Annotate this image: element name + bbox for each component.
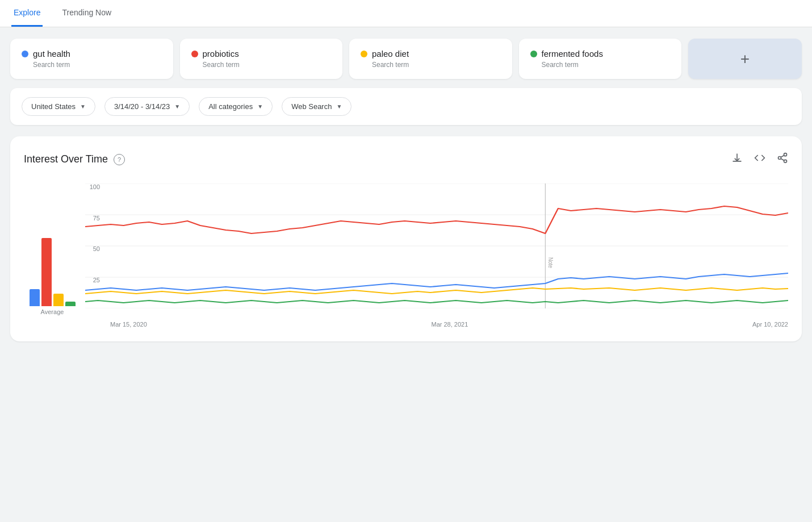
card-subtitle-fermented-foods: Search term xyxy=(542,61,671,69)
chevron-down-icon: ▼ xyxy=(174,103,180,110)
card-title-fermented-foods: fermented foods xyxy=(530,49,671,59)
card-label-gut-health: gut health xyxy=(33,49,70,59)
chart-title: Interest Over Time xyxy=(24,153,108,165)
filters-row: United States ▼ 3/14/20 - 3/14/23 ▼ All … xyxy=(10,88,802,125)
add-icon: + xyxy=(740,50,750,68)
line-chart-area: 100 75 50 25 xyxy=(81,183,788,328)
dot-paleo-diet xyxy=(361,51,367,57)
search-card-fermented-foods[interactable]: fermented foods Search term xyxy=(519,39,682,79)
avg-bars xyxy=(30,204,76,306)
x-label-2022: Apr 10, 2022 xyxy=(752,321,788,328)
line-probiotics xyxy=(85,206,788,233)
add-search-term-card[interactable]: + xyxy=(688,39,802,79)
tab-trending-now[interactable]: Trending Now xyxy=(60,0,114,27)
x-axis: Mar 15, 2020 Mar 28, 2021 Apr 10, 2022 xyxy=(110,321,788,328)
line-fermented-foods xyxy=(85,300,788,303)
chevron-down-icon: ▼ xyxy=(80,103,86,110)
chart-actions xyxy=(731,152,788,166)
line-paleo-diet xyxy=(85,288,788,294)
search-card-paleo-diet[interactable]: paleo diet Search term xyxy=(349,39,512,79)
filter-date[interactable]: 3/14/20 - 3/14/23 ▼ xyxy=(104,97,190,116)
avg-bar-paleo-diet xyxy=(53,294,64,306)
chart-card: Interest Over Time ? xyxy=(10,136,802,341)
avg-label: Average xyxy=(41,308,64,315)
search-card-probiotics[interactable]: probiotics Search term xyxy=(180,39,343,79)
card-subtitle-gut-health: Search term xyxy=(33,61,162,69)
top-nav: Explore Trending Now xyxy=(0,0,812,27)
line-gut-health xyxy=(85,273,788,290)
main-content: gut health Search term probiotics Search… xyxy=(0,27,812,353)
avg-bar-gut-health xyxy=(30,289,40,306)
svg-point-1 xyxy=(778,157,781,160)
card-title-probiotics: probiotics xyxy=(191,49,332,59)
x-label-2021: Mar 28, 2021 xyxy=(432,321,468,328)
card-label-fermented-foods: fermented foods xyxy=(542,49,603,59)
card-label-probiotics: probiotics xyxy=(203,49,239,59)
tab-explore[interactable]: Explore xyxy=(11,0,43,27)
search-card-gut-health[interactable]: gut health Search term xyxy=(10,39,173,79)
chart-area: Average 100 75 50 25 xyxy=(24,183,788,328)
embed-button[interactable] xyxy=(754,152,765,166)
card-title-gut-health: gut health xyxy=(22,49,162,59)
dot-probiotics xyxy=(191,51,198,57)
filter-location[interactable]: United States ▼ xyxy=(22,97,95,116)
card-subtitle-probiotics: Search term xyxy=(203,61,332,69)
avg-bar-fermented-foods xyxy=(65,302,76,306)
chevron-down-icon: ▼ xyxy=(336,103,342,110)
svg-point-0 xyxy=(784,153,787,156)
filter-category-label: All categories xyxy=(208,102,253,111)
card-title-paleo-diet: paleo diet xyxy=(361,49,501,59)
avg-bar-probiotics xyxy=(41,238,52,306)
filter-search-type-label: Web Search xyxy=(291,102,332,111)
chart-title-area: Interest Over Time ? xyxy=(24,153,125,165)
svg-line-3 xyxy=(781,158,784,160)
filter-category[interactable]: All categories ▼ xyxy=(199,97,273,116)
search-cards-row: gut health Search term probiotics Search… xyxy=(10,39,802,79)
help-icon[interactable]: ? xyxy=(114,154,125,165)
svg-line-4 xyxy=(781,155,784,157)
download-button[interactable] xyxy=(731,152,743,166)
x-label-2020: Mar 15, 2020 xyxy=(110,321,147,328)
filter-location-label: United States xyxy=(31,102,76,111)
svg-point-2 xyxy=(784,160,787,162)
share-button[interactable] xyxy=(777,152,788,166)
svg-text:Note: Note xyxy=(547,257,554,268)
avg-section: Average xyxy=(24,183,81,328)
dot-fermented-foods xyxy=(530,51,537,57)
dot-gut-health xyxy=(22,51,28,57)
card-subtitle-paleo-diet: Search term xyxy=(372,61,501,69)
line-chart-svg: Note xyxy=(85,183,788,308)
chart-header: Interest Over Time ? xyxy=(24,152,788,166)
filter-date-label: 3/14/20 - 3/14/23 xyxy=(114,102,170,111)
filter-search-type[interactable]: Web Search ▼ xyxy=(282,97,351,116)
card-label-paleo-diet: paleo diet xyxy=(372,49,409,59)
chevron-down-icon: ▼ xyxy=(257,103,263,110)
